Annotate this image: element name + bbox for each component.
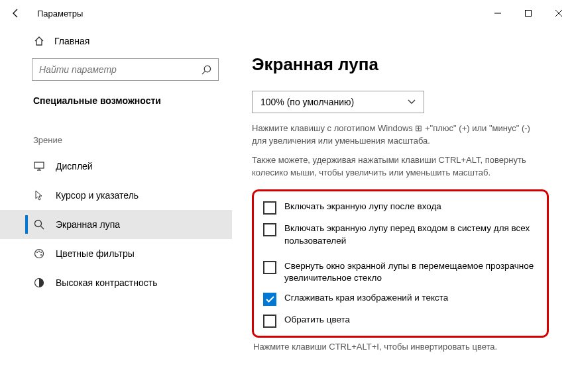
monitor-icon: [33, 162, 45, 171]
checkbox-label: Включать экранную лупу перед входом в си…: [284, 222, 538, 246]
home-icon: [33, 36, 45, 46]
back-button[interactable]: [0, 0, 32, 26]
svg-point-10: [36, 252, 38, 253]
svg-point-13: [40, 254, 42, 256]
group-label: Зрение: [0, 114, 232, 152]
checkbox-invert-colors[interactable]: Обратить цвета: [263, 314, 538, 328]
svg-point-11: [38, 251, 40, 252]
palette-icon: [33, 248, 45, 259]
search-input[interactable]: [39, 64, 201, 75]
content: Экранная лупа 100% (по умолчанию) Нажмит…: [232, 26, 574, 392]
close-button[interactable]: [544, 0, 574, 26]
checkbox-label: Обратить цвета: [284, 314, 350, 326]
window-title: Параметры: [32, 9, 83, 19]
search-box[interactable]: [32, 58, 219, 81]
checkbox-smooth-edges[interactable]: Сглаживать края изображений и текста: [263, 292, 538, 306]
sidebar-item-cursor[interactable]: Курсор и указатель: [0, 181, 232, 210]
hint-text-1: Нажмите клавишу с логотипом Windows ⊞ +"…: [252, 122, 530, 148]
svg-rect-1: [526, 11, 532, 17]
contrast-icon: [33, 277, 45, 288]
hint-text-2: Также можете, удерживая нажатыми клавиши…: [252, 154, 544, 179]
sidebar-item-high-contrast[interactable]: Высокая контрастность: [0, 268, 232, 297]
chevron-down-icon: [408, 99, 416, 105]
minimize-button[interactable]: [483, 0, 513, 26]
svg-rect-4: [34, 162, 44, 168]
checkbox-label: Сглаживать края изображений и текста: [284, 292, 448, 304]
zoom-level-dropdown[interactable]: 100% (по умолчанию): [252, 91, 424, 113]
checkbox-icon: [263, 261, 276, 274]
titlebar: Параметры: [0, 0, 574, 26]
svg-point-7: [35, 220, 42, 227]
checkbox-collapse-lens[interactable]: Свернуть окно экранной лупы в перемещаем…: [263, 260, 538, 284]
sidebar-item-display[interactable]: Дисплей: [0, 152, 232, 181]
svg-point-9: [35, 250, 44, 258]
cursor-icon: [33, 190, 45, 201]
checkbox-icon: [263, 223, 276, 236]
section-title: Специальные возможности: [0, 87, 232, 114]
home-nav[interactable]: Главная: [0, 26, 232, 56]
search-icon: [201, 65, 211, 75]
checkbox-label: Включать экранную лупу после входа: [284, 201, 441, 213]
checkbox-label: Свернуть окно экранной лупы в перемещаем…: [284, 260, 538, 284]
svg-line-3: [202, 71, 205, 74]
sidebar-item-color-filters[interactable]: Цветные фильтры: [0, 239, 232, 268]
maximize-button[interactable]: [513, 0, 544, 26]
nav-label: Дисплей: [56, 161, 93, 172]
svg-line-8: [41, 226, 44, 230]
sidebar: Главная Специальные возможности Зрение Д…: [0, 26, 232, 392]
checkbox-checked-icon: [263, 293, 276, 306]
options-highlight: Включать экранную лупу после входа Включ…: [252, 189, 549, 338]
nav-label: Курсор и указатель: [56, 190, 139, 201]
sidebar-item-magnifier[interactable]: Экранная лупа: [0, 210, 232, 239]
home-label: Главная: [54, 36, 89, 46]
checkbox-after-signin[interactable]: Включать экранную лупу после входа: [263, 201, 538, 215]
nav-label: Экранная лупа: [56, 219, 120, 230]
window-controls: [483, 0, 574, 26]
nav-label: Цветные фильтры: [56, 248, 135, 259]
page-title: Экранная лупа: [252, 54, 561, 75]
footer-hint: Нажмите клавиши CTRL+ALT+I, чтобы инверт…: [252, 342, 561, 352]
checkbox-icon: [263, 201, 276, 215]
magnifier-icon: [33, 219, 45, 230]
dropdown-value: 100% (по умолчанию): [260, 97, 354, 107]
svg-point-2: [204, 66, 210, 72]
checkbox-before-signin[interactable]: Включать экранную лупу перед входом в си…: [263, 222, 538, 246]
nav-label: Высокая контрастность: [56, 277, 157, 288]
svg-point-12: [40, 252, 42, 253]
checkbox-icon: [263, 315, 276, 328]
